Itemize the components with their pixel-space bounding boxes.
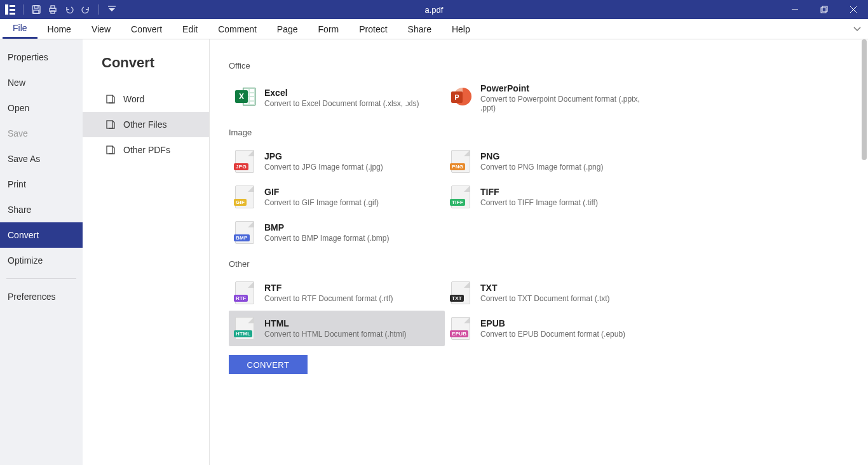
svg-rect-8 [821,8,826,13]
section-label-office: Office [229,61,849,71]
option-desc: Convert to Excel Document format (.xlsx,… [264,99,419,108]
option-title: GIF [264,187,379,197]
svg-rect-5 [51,11,55,13]
rtf-file-icon: RTF [235,281,254,304]
convert-category-sidebar: Convert WordOther FilesOther PDFs [83,39,210,465]
minimize-button[interactable] [780,0,810,19]
convert-tab-other-pdfs[interactable]: Other PDFs [83,137,209,163]
menu-comment[interactable]: Comment [208,19,267,39]
svg-rect-4 [51,6,55,8]
convert-option-bmp[interactable]: BMPBMPConvert to BMP Image format (.bmp) [229,215,445,250]
excel-icon: X [235,86,255,107]
option-desc: Convert to BMP Image format (.bmp) [264,234,390,243]
save-icon[interactable] [31,4,41,15]
svg-rect-12 [107,95,112,103]
option-desc: Convert to EPUB Document format (.epub) [480,330,625,339]
svg-rect-2 [34,10,39,13]
menu-view[interactable]: View [81,19,121,39]
powerpoint-icon: P [451,86,471,107]
option-desc: Convert to TIFF Image format (.tiff) [480,198,598,207]
menu-convert[interactable]: Convert [121,19,172,39]
option-desc: Convert to RTF Document format (.rtf) [264,294,393,303]
section-grid-image: JPGJPGConvert to JPG Image format (.jpg)… [229,144,849,250]
file-sidebar-preferences[interactable]: Preferences [0,284,83,309]
option-title: JPG [264,151,383,161]
convert-option-jpg[interactable]: JPGJPGConvert to JPG Image format (.jpg) [229,144,445,179]
convert-tab-label: Other Files [123,119,166,130]
file-sidebar-optimize[interactable]: Optimize [0,248,83,273]
bmp-file-icon: BMP [235,221,254,244]
app-logo-icon [5,4,15,15]
option-desc: Convert to PNG Image format (.png) [480,163,603,172]
convert-option-ppt[interactable]: PPowerPointConvert to Powerpoint Documen… [445,77,661,119]
file-sidebar-save-as[interactable]: Save As [0,146,83,172]
jpg-file-icon: JPG [235,150,254,173]
menu-home[interactable]: Home [37,19,81,39]
convert-main-panel: OfficeXExcelConvert to Excel Document fo… [210,39,868,465]
file-sidebar-new[interactable]: New [0,70,83,95]
svg-rect-1 [34,6,38,8]
option-title: HTML [264,318,407,328]
redo-icon[interactable] [81,4,91,15]
scrollbar[interactable] [860,39,868,465]
collapse-ribbon-icon[interactable] [853,24,862,36]
menu-edit[interactable]: Edit [172,19,208,39]
convert-option-gif[interactable]: GIFGIFConvert to GIF Image format (.gif) [229,179,445,215]
convert-tab-label: Other PDFs [123,145,170,155]
section-grid-other: RTFRTFConvert to RTF Document format (.r… [229,275,849,346]
convert-heading: Convert [83,52,209,86]
file-sidebar-share[interactable]: Share [0,197,83,222]
epub-file-icon: EPUB [451,317,470,340]
convert-option-html[interactable]: HTMLHTMLConvert to HTML Document format … [229,311,445,346]
section-label-image: Image [229,128,849,137]
menu-file[interactable]: File [3,19,37,39]
svg-rect-14 [107,146,112,154]
option-title: TXT [480,283,610,293]
svg-rect-13 [107,121,112,128]
option-title: PowerPoint [480,83,654,93]
menu-bar: FileHomeViewConvertEditCommentPageFormPr… [0,19,868,39]
convert-option-excel[interactable]: XExcelConvert to Excel Document format (… [229,77,445,119]
option-desc: Convert to GIF Image format (.gif) [264,198,379,207]
print-icon[interactable] [48,4,58,15]
svg-rect-9 [822,6,827,11]
maximize-button[interactable] [810,0,839,19]
window-title: a.pdf [0,5,868,15]
section-grid-office: XExcelConvert to Excel Document format (… [229,77,849,119]
option-desc: Convert to HTML Document format (.html) [264,330,407,339]
file-sidebar-convert[interactable]: Convert [0,222,83,248]
png-file-icon: PNG [451,150,470,173]
gif-file-icon: GIF [235,185,254,208]
option-desc: Convert to JPG Image format (.jpg) [264,163,383,172]
close-button[interactable] [839,0,868,19]
convert-option-epub[interactable]: EPUBEPUBConvert to EPUB Document format … [445,311,661,346]
convert-option-tiff[interactable]: TIFFTIFFConvert to TIFF Image format (.t… [445,179,661,215]
customize-qat-icon[interactable] [107,4,117,15]
option-desc: Convert to TXT Document format (.txt) [480,294,610,303]
option-title: EPUB [480,318,625,328]
option-title: BMP [264,222,390,232]
menu-form[interactable]: Form [308,19,349,39]
menu-help[interactable]: Help [442,19,480,39]
convert-tab-word[interactable]: Word [83,86,209,112]
option-title: PNG [480,151,603,161]
tiff-file-icon: TIFF [451,185,470,208]
menu-page[interactable]: Page [267,19,308,39]
menu-share[interactable]: Share [398,19,442,39]
file-sidebar-print[interactable]: Print [0,172,83,197]
option-desc: Convert to Powerpoint Document format (.… [480,95,654,112]
file-sidebar-properties[interactable]: Properties [0,44,83,70]
convert-option-png[interactable]: PNGPNGConvert to PNG Image format (.png) [445,144,661,179]
convert-button[interactable]: CONVERT [229,355,308,374]
convert-option-txt[interactable]: TXTTXTConvert to TXT Document format (.t… [445,275,661,311]
html-file-icon: HTML [235,317,254,340]
file-sidebar-open[interactable]: Open [0,95,83,121]
menu-protect[interactable]: Protect [349,19,397,39]
option-title: Excel [264,88,419,98]
file-sidebar-save: Save [0,121,83,146]
convert-tab-other-files[interactable]: Other Files [83,112,209,137]
quick-access-toolbar [0,4,117,15]
convert-option-rtf[interactable]: RTFRTFConvert to RTF Document format (.r… [229,275,445,311]
file-sidebar: PropertiesNewOpenSaveSave AsPrintShareCo… [0,39,83,465]
undo-icon[interactable] [64,4,74,15]
